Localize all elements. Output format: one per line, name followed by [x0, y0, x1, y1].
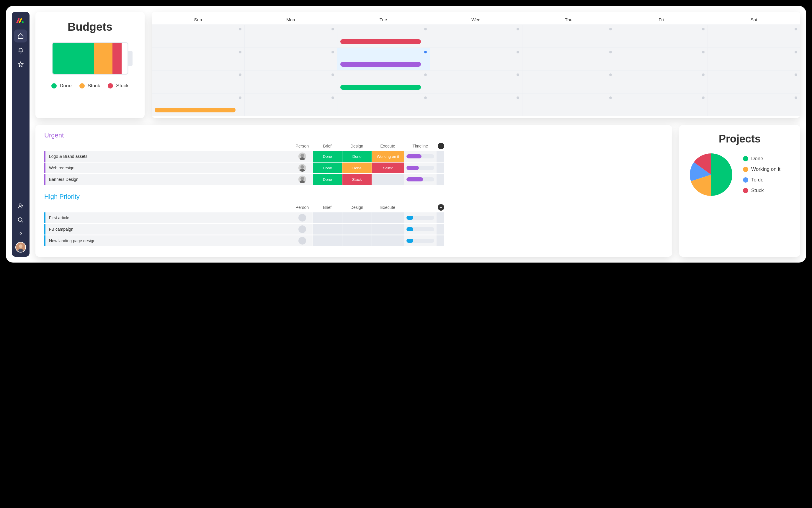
person-avatar[interactable] — [298, 164, 306, 172]
person-cell[interactable] — [292, 236, 313, 246]
calendar-cell[interactable] — [337, 93, 430, 116]
add-column-button[interactable]: + — [438, 143, 444, 149]
column-header[interactable]: Person — [292, 205, 313, 210]
calendar-cell[interactable] — [244, 70, 337, 93]
column-header[interactable]: Brief — [313, 144, 342, 149]
calendar-cell[interactable] — [522, 70, 615, 93]
person-avatar[interactable] — [298, 175, 306, 183]
home-icon[interactable] — [14, 30, 27, 42]
status-cell[interactable]: Stuck — [372, 163, 404, 173]
person-cell[interactable] — [292, 174, 313, 185]
column-header[interactable]: Execute — [372, 205, 404, 210]
calendar-cell[interactable] — [707, 25, 800, 47]
status-cell-empty[interactable] — [372, 174, 404, 185]
calendar-cell[interactable] — [707, 47, 800, 71]
status-cell-empty[interactable] — [342, 224, 372, 235]
person-avatar-empty[interactable] — [298, 225, 306, 233]
status-cell-empty[interactable] — [313, 212, 342, 223]
person-cell[interactable] — [292, 224, 313, 235]
status-cell-empty[interactable] — [342, 236, 372, 246]
calendar-cell[interactable] — [522, 93, 615, 116]
timeline-cell[interactable] — [404, 224, 437, 235]
column-header[interactable]: Design — [342, 144, 372, 149]
timeline-cell[interactable] — [404, 174, 437, 185]
calendar-cell[interactable] — [707, 70, 800, 93]
calendar-cell[interactable] — [337, 47, 430, 71]
calendar-cell[interactable] — [430, 70, 522, 93]
calendar-cell[interactable] — [430, 25, 522, 47]
status-cell[interactable]: Done — [313, 151, 342, 162]
task-row[interactable]: First article — [44, 212, 663, 223]
task-name[interactable]: First article — [44, 212, 292, 223]
task-name[interactable]: Logo & Brand assets — [44, 151, 292, 162]
status-cell[interactable]: Done — [313, 163, 342, 173]
status-cell-empty[interactable] — [342, 212, 372, 223]
column-header[interactable]: Brief — [313, 205, 342, 210]
invite-user-icon[interactable] — [14, 200, 27, 212]
add-column-button[interactable]: + — [438, 204, 444, 211]
calendar-cell[interactable] — [152, 25, 244, 47]
timeline-cell[interactable] — [404, 163, 437, 173]
status-cell-empty[interactable] — [313, 236, 342, 246]
calendar-event-pill[interactable] — [155, 108, 236, 113]
person-avatar-empty[interactable] — [298, 237, 306, 245]
column-header[interactable]: Execute — [372, 144, 404, 149]
timeline-cell[interactable] — [404, 151, 437, 162]
calendar-cell[interactable] — [337, 70, 430, 93]
task-group-title[interactable]: High Priority — [44, 193, 663, 201]
status-cell[interactable]: Done — [342, 151, 372, 162]
task-row[interactable]: New landing page design — [44, 236, 663, 246]
calendar-cell[interactable] — [615, 70, 707, 93]
task-row[interactable]: Web redesignDoneDoneStuck — [44, 163, 663, 173]
person-cell[interactable] — [292, 151, 313, 162]
calendar-cell[interactable] — [244, 47, 337, 71]
person-cell[interactable] — [292, 212, 313, 223]
user-avatar[interactable] — [15, 242, 26, 253]
column-header[interactable]: Design — [342, 205, 372, 210]
calendar-cell[interactable] — [152, 70, 244, 93]
calendar-cell[interactable] — [522, 47, 615, 71]
calendar-cell[interactable] — [430, 93, 522, 116]
calendar-cell[interactable] — [337, 25, 430, 47]
calendar-cell[interactable] — [615, 93, 707, 116]
search-icon[interactable] — [14, 214, 27, 226]
status-cell-empty[interactable] — [372, 236, 404, 246]
status-cell-empty[interactable] — [372, 224, 404, 235]
task-row[interactable]: FB campaign — [44, 224, 663, 235]
status-cell[interactable]: Done — [342, 163, 372, 173]
task-group-title[interactable]: Urgent — [44, 132, 663, 139]
calendar-cell[interactable] — [522, 25, 615, 47]
calendar-cell[interactable] — [152, 93, 244, 116]
task-name[interactable]: FB campaign — [44, 224, 292, 235]
calendar-cell[interactable] — [244, 93, 337, 116]
person-avatar-empty[interactable] — [298, 214, 306, 221]
status-cell-empty[interactable] — [313, 224, 342, 235]
calendar-cell[interactable] — [244, 25, 337, 47]
status-cell-empty[interactable] — [372, 212, 404, 223]
calendar-event-pill[interactable] — [340, 85, 421, 90]
status-cell[interactable]: Stuck — [342, 174, 372, 185]
task-name[interactable]: Banners Design — [44, 174, 292, 185]
calendar-event-pill[interactable] — [340, 62, 421, 67]
notifications-icon[interactable] — [14, 44, 27, 57]
calendar-cell[interactable] — [152, 47, 244, 71]
help-icon[interactable] — [14, 228, 27, 241]
status-cell[interactable]: Done — [313, 174, 342, 185]
calendar-cell[interactable] — [707, 93, 800, 116]
task-row[interactable]: Banners DesignDoneStuck — [44, 174, 663, 185]
person-avatar[interactable] — [298, 153, 306, 160]
task-name[interactable]: Web redesign — [44, 163, 292, 173]
calendar-cell[interactable] — [615, 25, 707, 47]
column-header[interactable]: Person — [292, 144, 313, 149]
task-row[interactable]: Logo & Brand assetsDoneDoneWorking on it — [44, 151, 663, 162]
calendar-event-pill[interactable] — [340, 39, 421, 44]
favorites-icon[interactable] — [14, 58, 27, 71]
status-cell[interactable]: Working on it — [372, 151, 404, 162]
person-cell[interactable] — [292, 163, 313, 173]
timeline-cell[interactable] — [404, 212, 437, 223]
calendar-cell[interactable] — [430, 47, 522, 71]
column-header[interactable]: Timeline — [404, 144, 437, 149]
timeline-cell[interactable] — [404, 236, 437, 246]
calendar-cell[interactable] — [615, 47, 707, 71]
task-name[interactable]: New landing page design — [44, 236, 292, 246]
